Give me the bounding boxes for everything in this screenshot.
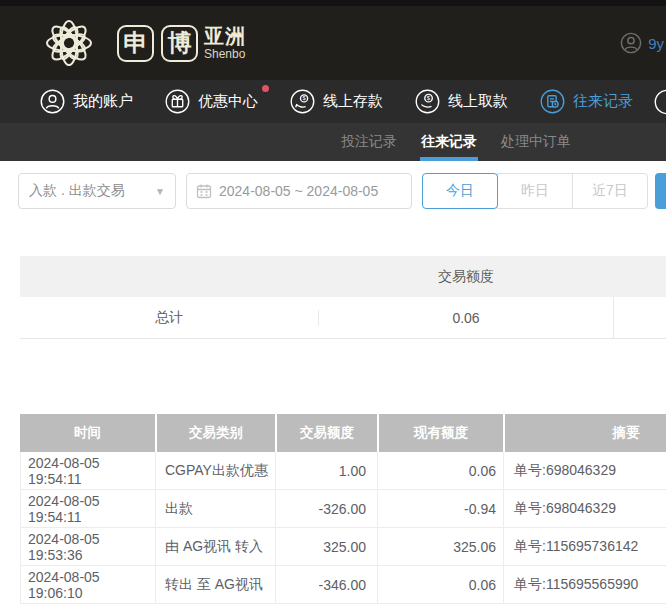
tab-label: 投注记录 — [341, 133, 397, 151]
svg-text:$: $ — [302, 95, 306, 101]
tab-transaction-records[interactable]: 往来记录 — [420, 123, 478, 161]
lotus-flower-icon — [36, 12, 102, 74]
nav-label: 线上存款 — [323, 92, 383, 111]
cell-amount: 1.00 — [275, 452, 377, 489]
tab-bet-records[interactable]: 投注记录 — [340, 123, 398, 161]
cell-balance: -0.94 — [377, 490, 503, 527]
page: 申 博 亚洲 Shenbo 9y 我的账户 — [0, 0, 666, 608]
main-nav: 我的账户 优惠中心 $ 线上存款 $ — [0, 80, 666, 123]
promo-icon — [165, 89, 190, 114]
nav-item-withdraw[interactable]: $ 线上取款 — [415, 89, 508, 114]
cell-amount: -326.00 — [275, 490, 377, 527]
logo-char-shen: 申 — [117, 25, 154, 62]
summary-spacer-cell — [613, 297, 666, 338]
nav-label: 优惠中心 — [198, 92, 258, 111]
cell-balance: 0.06 — [377, 452, 503, 489]
logo-region-label: 亚洲 — [204, 26, 246, 46]
col-header-type: 交易类别 — [155, 414, 275, 452]
user-avatar-icon — [620, 32, 642, 54]
logo-sub-label: Shenbo — [204, 48, 246, 60]
nav-label: 往来记录 — [573, 92, 633, 111]
top-strip — [0, 0, 666, 6]
cell-balance: 0.06 — [377, 566, 503, 603]
col-header-note: 摘要 — [503, 414, 666, 452]
table-row: 2024-08-05 19:53:36 由 AG视讯 转入 325.00 325… — [20, 528, 666, 566]
cell-note: 单号:698046329 — [503, 452, 666, 489]
tab-label: 处理中订单 — [501, 133, 571, 151]
summary-header-spacer — [613, 256, 666, 297]
logo-char-bo: 博 — [161, 25, 198, 62]
table-row: 2024-08-05 19:06:10 转出 至 AG视讯 -346.00 0.… — [20, 566, 666, 604]
records-icon — [540, 89, 565, 114]
yesterday-button[interactable]: 昨日 — [497, 173, 573, 209]
transaction-type-select[interactable]: 入款 . 出款交易 ▼ — [18, 173, 176, 209]
summary-total-value: 0.06 — [318, 310, 613, 326]
brand-logo[interactable]: 申 博 亚洲 Shenbo — [36, 12, 246, 74]
svg-text:$: $ — [427, 95, 431, 101]
tab-pending-orders[interactable]: 处理中订单 — [500, 123, 572, 161]
nav-item-promotions[interactable]: 优惠中心 — [165, 89, 258, 114]
cell-type: 出款 — [155, 490, 275, 527]
nav-item-transaction-records[interactable]: 往来记录 — [540, 89, 633, 114]
cell-note: 单号:115695736142 — [503, 528, 666, 565]
withdraw-icon: $ — [415, 89, 440, 114]
nav-item-deposit[interactable]: $ 线上存款 — [290, 89, 383, 114]
cell-amount: 325.00 — [275, 528, 377, 565]
cell-type: 转出 至 AG视讯 — [155, 566, 275, 603]
cell-amount: -346.00 — [275, 566, 377, 603]
date-range-input[interactable]: 2024-08-05 ~ 2024-08-05 — [186, 173, 412, 209]
nav-label: 我的账户 — [73, 92, 133, 111]
notification-dot — [262, 85, 269, 92]
col-header-time: 时间 — [20, 414, 155, 452]
cell-time: 2024-08-05 19:54:11 — [20, 490, 155, 527]
cell-time: 2024-08-05 19:06:10 — [20, 566, 155, 603]
summary-total-row: 总计 0.06 — [20, 297, 666, 339]
search-button[interactable] — [655, 173, 666, 209]
nav-label: 线上取款 — [448, 92, 508, 111]
transactions-table: 时间 交易类别 交易额度 现有额度 摘要 2024-08-05 19:54:11… — [20, 414, 666, 604]
summary-total-label: 总计 — [20, 309, 318, 327]
sub-nav: 投注记录 往来记录 处理中订单 — [0, 123, 666, 161]
col-header-balance: 现有额度 — [377, 414, 503, 452]
table-row: 2024-08-05 19:54:11 CGPAY出款优惠 1.00 0.06 … — [20, 452, 666, 490]
logo-text: 亚洲 Shenbo — [204, 26, 246, 60]
table-row: 2024-08-05 19:54:11 出款 -326.00 -0.94 单号:… — [20, 490, 666, 528]
calendar-icon — [196, 183, 212, 199]
cell-note: 单号:698046329 — [503, 490, 666, 527]
summary-table: 交易额度 总计 0.06 — [20, 256, 666, 339]
cell-balance: 325.06 — [377, 528, 503, 565]
cell-time: 2024-08-05 19:54:11 — [20, 452, 155, 489]
deposit-icon: $ — [290, 89, 315, 114]
summary-header-row: 交易额度 — [20, 256, 666, 297]
user-area[interactable]: 9y — [620, 32, 664, 54]
col-header-amount: 交易额度 — [275, 414, 377, 452]
select-value: 入款 . 出款交易 — [29, 182, 125, 200]
quick-date-buttons: 今日 昨日 近7日 — [422, 173, 648, 209]
username-label[interactable]: 9y — [648, 35, 664, 52]
cell-note: 单号:115695565990 — [503, 566, 666, 603]
cell-type: 由 AG视讯 转入 — [155, 528, 275, 565]
nav-item-my-account[interactable]: 我的账户 — [40, 89, 133, 114]
table-header-row: 时间 交易类别 交易额度 现有额度 摘要 — [20, 414, 666, 452]
last7days-button[interactable]: 近7日 — [572, 173, 648, 209]
tab-label: 往来记录 — [421, 133, 477, 151]
summary-amount-header: 交易额度 — [318, 268, 613, 286]
nav-partial-icon[interactable] — [654, 89, 666, 115]
today-button[interactable]: 今日 — [422, 173, 498, 209]
top-header: 申 博 亚洲 Shenbo 9y — [0, 0, 666, 80]
date-range-value: 2024-08-05 ~ 2024-08-05 — [219, 183, 378, 199]
cell-type: CGPAY出款优惠 — [155, 452, 275, 489]
account-icon — [40, 89, 65, 114]
chevron-down-icon: ▼ — [155, 186, 165, 197]
filter-row: 入款 . 出款交易 ▼ 2024-08-05 ~ 2024-08-05 今日 昨… — [0, 161, 666, 223]
cell-time: 2024-08-05 19:53:36 — [20, 528, 155, 565]
